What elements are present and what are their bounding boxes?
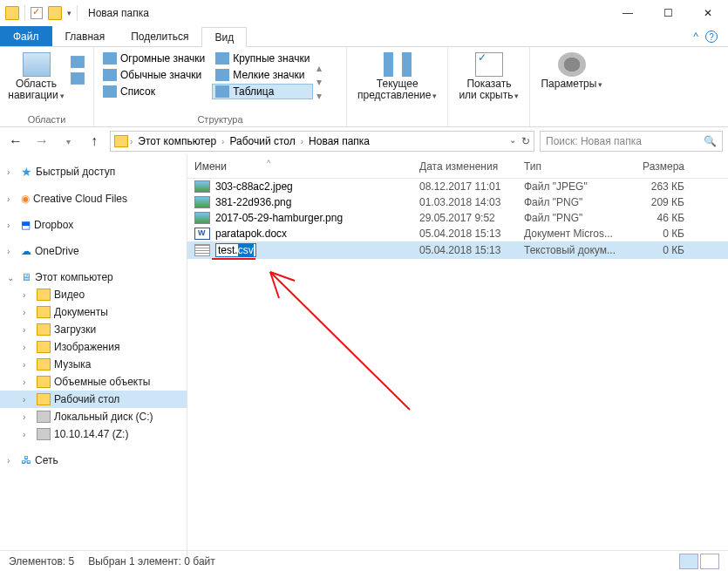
file-size: 46 КБ — [630, 212, 691, 224]
search-box[interactable]: Поиск: Новая папка 🔍 — [540, 131, 723, 152]
window-title: Новая папка — [88, 7, 149, 19]
scroll-up-icon[interactable]: ▴ — [316, 62, 322, 74]
view-details-button[interactable] — [679, 554, 698, 569]
tree-video[interactable]: ›Видео — [0, 286, 187, 303]
rename-input[interactable]: test.csv — [215, 243, 256, 257]
folder-icon[interactable] — [48, 6, 62, 20]
file-date: 29.05.2017 9:52 — [412, 212, 517, 224]
list-icon — [103, 85, 117, 98]
history-dropdown-icon[interactable]: ⌄ — [509, 135, 516, 147]
gear-icon — [558, 52, 586, 77]
minimize-button[interactable]: — — [608, 0, 648, 26]
details-pane-button[interactable] — [67, 71, 88, 86]
col-date-header[interactable]: Дата изменения — [412, 160, 517, 173]
scroll-down-icon[interactable]: ▾ — [316, 76, 322, 88]
file-icon — [194, 212, 210, 224]
tab-home[interactable]: Главная — [52, 26, 119, 46]
layout-list[interactable]: Список — [99, 84, 208, 99]
tree-pictures[interactable]: ›Изображения — [0, 338, 187, 356]
back-button[interactable]: ← — [5, 131, 26, 152]
label: Creative Cloud Files — [33, 193, 127, 205]
tab-share[interactable]: Поделиться — [118, 26, 201, 46]
close-button[interactable]: ✕ — [688, 0, 728, 26]
breadcrumb-item[interactable]: Рабочий стол — [226, 135, 298, 147]
tree-quick-access[interactable]: ›★Быстрый доступ — [0, 162, 187, 181]
address-bar[interactable]: › Этот компьютер › Рабочий стол › Новая … — [110, 131, 534, 152]
tree-creative-cloud[interactable]: ›◉Creative Cloud Files — [0, 190, 187, 207]
tree-dropbox[interactable]: ›⬒Dropbox — [0, 216, 187, 234]
tree-onedrive[interactable]: ›☁OneDrive — [0, 242, 187, 260]
chevron-right-icon[interactable]: › — [301, 137, 303, 146]
quick-access-toolbar: ▾ — [5, 5, 81, 21]
file-row[interactable]: 2017-05-29-hamburger.png29.05.2017 9:52Ф… — [187, 210, 728, 226]
breadcrumb-item[interactable]: Новая папка — [305, 135, 373, 147]
tree-desktop[interactable]: ›Рабочий стол — [0, 391, 187, 408]
label: Изображения — [54, 341, 119, 353]
label: OneDrive — [35, 245, 79, 257]
layout-huge-icons[interactable]: Огромные значки — [99, 51, 208, 66]
label: Показать или скрыть — [459, 78, 519, 102]
folder-icon — [37, 341, 51, 353]
layout-table[interactable]: Таблица — [212, 84, 313, 99]
qat-dropdown-icon[interactable]: ▾ — [67, 9, 71, 17]
layout-normal-icons[interactable]: Обычные значки — [99, 67, 208, 83]
preview-pane-button[interactable] — [67, 54, 88, 70]
file-row[interactable]: paratapok.docx05.04.2018 15:13Документ M… — [187, 226, 728, 241]
tree-3d-objects[interactable]: ›Объемные объекты — [0, 373, 187, 391]
label: Параметры — [541, 78, 602, 91]
file-name: 381-22d936.png — [215, 196, 291, 208]
layout-small-icons[interactable]: Мелкие значки — [212, 67, 313, 83]
pc-icon: 🖥 — [21, 271, 31, 283]
label: 10.10.14.47 (Z:) — [54, 428, 128, 440]
tree-documents[interactable]: ›Документы — [0, 303, 187, 321]
folder-icon — [37, 289, 51, 301]
help-icon[interactable]: ? — [705, 31, 718, 43]
refresh-icon[interactable]: ↻ — [521, 135, 530, 147]
tree-network-disk[interactable]: ›10.10.14.47 (Z:) — [0, 425, 187, 443]
current-view-button[interactable]: Текущее представление — [352, 51, 442, 125]
file-type: Файл "PNG" — [517, 196, 630, 208]
tree-network[interactable]: ›🖧Сеть — [0, 452, 187, 469]
disk-icon — [37, 411, 51, 423]
tree-music[interactable]: ›Музыка — [0, 356, 187, 373]
show-hide-icon — [475, 52, 503, 77]
titlebar: ▾ Новая папка — ☐ ✕ — [0, 0, 728, 26]
more-icon[interactable]: ▾ — [316, 90, 322, 102]
label: Видео — [54, 289, 85, 301]
breadcrumb-item[interactable]: Этот компьютер — [134, 135, 220, 147]
disk-icon — [37, 428, 51, 440]
col-name-header[interactable]: Имени^ — [187, 160, 412, 173]
options-button[interactable]: Параметры — [535, 51, 608, 125]
recent-button[interactable]: ▾ — [58, 131, 78, 152]
collapse-ribbon-icon[interactable]: ^ — [693, 31, 698, 43]
file-row[interactable]: 303-c88ac2.jpeg08.12.2017 11:01Файл "JPE… — [187, 179, 728, 194]
tab-file[interactable]: Файл — [0, 26, 52, 46]
qat-properties-icon[interactable] — [31, 7, 43, 19]
label: Крупные значки — [233, 52, 310, 65]
col-type-header[interactable]: Тип — [517, 160, 630, 173]
layout-large-icons[interactable]: Крупные значки — [212, 51, 313, 66]
table-icon — [215, 85, 229, 98]
file-row[interactable]: 381-22d936.png01.03.2018 14:03Файл "PNG"… — [187, 194, 728, 210]
tree-downloads[interactable]: ›Загрузки — [0, 321, 187, 338]
separator — [77, 5, 78, 21]
tab-view[interactable]: Вид — [201, 27, 247, 47]
column-headers: Имени^ Дата изменения Тип Размера — [187, 155, 728, 179]
file-icon — [194, 244, 210, 256]
view-icons-button[interactable] — [700, 554, 719, 569]
tree-disk-c[interactable]: ›Локальный диск (C:) — [0, 408, 187, 425]
maximize-button[interactable]: ☐ — [648, 0, 688, 26]
up-button[interactable]: ↑ — [84, 131, 105, 152]
col-size-header[interactable]: Размера — [630, 160, 691, 173]
chevron-right-icon[interactable]: › — [130, 137, 133, 146]
file-row[interactable]: test.csv05.04.2018 15:13Текстовый докум.… — [187, 241, 728, 259]
tree-this-pc[interactable]: ⌄🖥Этот компьютер — [0, 269, 187, 286]
show-hide-button[interactable]: Показать или скрыть — [453, 51, 524, 125]
folder-icon — [37, 323, 51, 336]
label: Dropbox — [34, 219, 73, 231]
annotation-underline — [212, 258, 255, 260]
navigation-pane-button[interactable]: Область навигации — [5, 51, 67, 112]
forward-button[interactable]: → — [31, 131, 52, 152]
chevron-right-icon[interactable]: › — [221, 137, 224, 146]
network-icon: 🖧 — [21, 454, 31, 466]
